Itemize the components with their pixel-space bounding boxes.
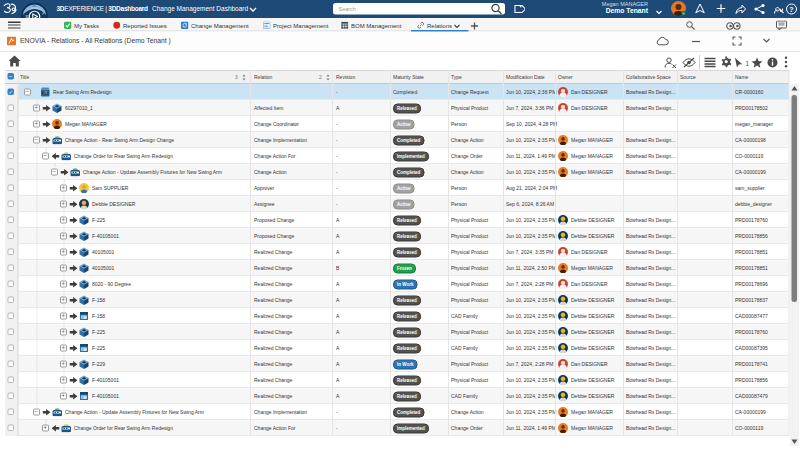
svg-text:CR: CR: [43, 91, 47, 95]
svg-text:7x: 7x: [32, 4, 36, 8]
svg-text:?: ?: [789, 6, 793, 13]
svg-text:1: 1: [746, 60, 750, 67]
